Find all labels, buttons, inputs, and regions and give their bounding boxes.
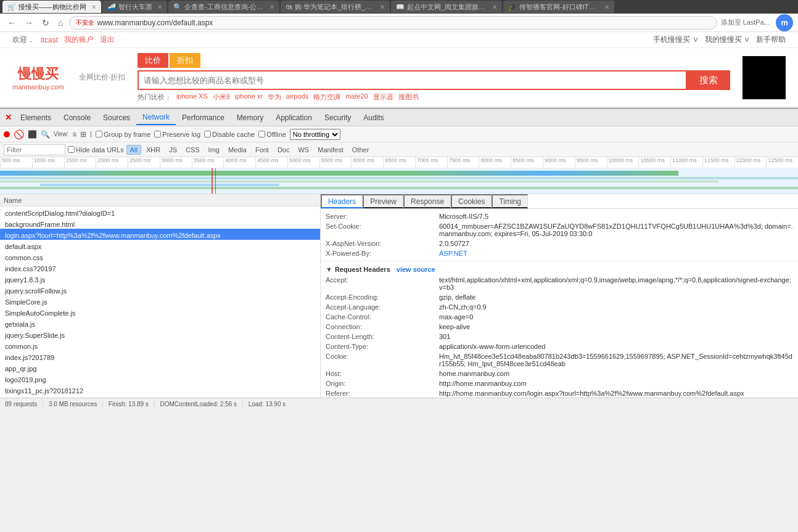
file-item-index-js[interactable]: index.js?201789: [0, 351, 320, 362]
disable-cache-checkbox[interactable]: [204, 131, 211, 137]
search-tab-bija[interactable]: 比价: [138, 53, 168, 68]
tab-sources[interactable]: Sources: [97, 111, 136, 125]
url-box[interactable]: 不安全 www.manmanbuy.com/default.aspx: [69, 16, 717, 30]
tab-console[interactable]: Console: [57, 111, 97, 125]
grid-view-btn[interactable]: ⊞: [80, 130, 86, 139]
hot-search-item-3[interactable]: iphone xr: [235, 92, 263, 102]
type-manifest[interactable]: Manifest: [314, 145, 347, 155]
filter-icon[interactable]: ⬛: [28, 130, 37, 139]
forward-button[interactable]: →: [22, 17, 36, 29]
file-item-login[interactable]: login.aspx?tourl=http%3a%2f%2fwww.manman…: [0, 229, 320, 240]
file-item-superslide[interactable]: jquery.SuperSlide.js: [0, 329, 320, 340]
tab-qicha[interactable]: 🔍 企查查-工商信息查询-公司企业... ✕: [168, 1, 279, 13]
file-item-scroll[interactable]: jquery.scrollFollow.js: [0, 284, 320, 295]
file-item-simpleautocomplete[interactable]: SimpleAutoComplete.js: [0, 306, 320, 317]
tab-application[interactable]: Application: [269, 111, 318, 125]
type-js[interactable]: JS: [165, 145, 181, 155]
tab-itcast[interactable]: 🎓 传智播客官网-好口碑IT培训机构... ✕: [503, 1, 614, 13]
search-icon[interactable]: 🔍: [41, 130, 50, 139]
file-item-jquery[interactable]: jquery1.8.3.js: [0, 273, 320, 284]
type-all[interactable]: All: [126, 145, 141, 155]
file-item-getxiala[interactable]: getxiala.js: [0, 317, 320, 329]
file-item-contentscriptdialog[interactable]: contentScriptDialog.html?dialogID=1: [0, 207, 320, 218]
tab-close[interactable]: ✕: [604, 4, 609, 10]
tab-memory[interactable]: Memory: [231, 111, 269, 125]
file-item-tixings[interactable]: tixings11_pc.js?20181212: [0, 384, 320, 395]
hide-data-urls-checkbox[interactable]: [68, 146, 75, 153]
type-doc[interactable]: Doc: [274, 145, 294, 155]
file-item-common-css[interactable]: common.css: [0, 251, 320, 262]
tab-elements[interactable]: Elements: [14, 111, 57, 125]
search-button[interactable]: 搜索: [687, 70, 730, 90]
tab-security[interactable]: Security: [318, 111, 357, 125]
search-tab-zhekou[interactable]: 折扣: [170, 53, 200, 68]
file-item-simplecore[interactable]: SimpleCore.js: [0, 295, 320, 306]
browser-chrome: 🛒 慢慢买——购物比价网 ✕ 🚄 智行火车票 ✕ 🔍 企查查-工商信息查询-公司…: [0, 0, 798, 14]
detail-tab-response[interactable]: Response: [403, 194, 451, 208]
detail-tab-headers[interactable]: Headers: [321, 194, 363, 208]
type-font[interactable]: Font: [252, 145, 273, 155]
detail-tab-cookies[interactable]: Cookies: [451, 194, 492, 208]
hot-search-item-6[interactable]: 格力空调: [313, 92, 340, 102]
throttle-select[interactable]: No throttling: [290, 129, 340, 140]
hot-search-label: 热门比价：: [138, 92, 171, 102]
detail-tab-preview[interactable]: Preview: [363, 194, 403, 208]
file-item-default[interactable]: default.aspx: [0, 240, 320, 251]
home-button[interactable]: ⌂: [56, 17, 65, 29]
tab-performance[interactable]: Performance: [176, 111, 231, 125]
request-headers-header[interactable]: ▼ Request Headers view source: [326, 264, 793, 275]
tab-close[interactable]: ✕: [91, 4, 96, 10]
hot-search-item-5[interactable]: airpods: [286, 92, 308, 102]
help-nav[interactable]: 新手帮助: [756, 35, 786, 45]
reload-button[interactable]: ↻: [39, 17, 52, 29]
tab-network[interactable]: Network: [136, 110, 176, 125]
hot-search-item-1[interactable]: iphone XS: [176, 92, 208, 102]
hot-search-item-8[interactable]: 显示器: [373, 92, 393, 102]
view-source-link[interactable]: view source: [397, 266, 435, 273]
referer-val: http://home.manmanbuy.com/login.aspx?tou…: [439, 390, 793, 397]
file-item-app-qr[interactable]: app_qr.jpg: [0, 362, 320, 373]
tab-huawei[interactable]: 🛍 购 华为笔记本_排行榜_推荐_什么机... ✕: [281, 1, 390, 13]
record-button[interactable]: [4, 131, 10, 137]
hot-search-item-7[interactable]: mate20: [345, 92, 368, 102]
devtools-close[interactable]: ✕: [2, 113, 14, 122]
tab-close[interactable]: ✕: [157, 4, 162, 10]
tab-close[interactable]: ✕: [269, 4, 274, 10]
hot-search-item-4[interactable]: 华为: [268, 92, 281, 102]
tab-qidian[interactable]: 📖 起点中文网_阅文集团旗下网站 ✕: [391, 1, 502, 13]
detail-tab-timing[interactable]: Timing: [492, 194, 528, 208]
username-link[interactable]: itcast: [41, 36, 58, 44]
clear-button[interactable]: 🚫: [14, 129, 24, 139]
file-item-logo[interactable]: logo2019.png: [0, 373, 320, 384]
hot-search-item-9[interactable]: 搜图书: [398, 92, 419, 102]
hot-search-item-2[interactable]: 小米9: [213, 92, 230, 102]
logout-link[interactable]: 退出: [100, 35, 115, 45]
type-ws[interactable]: WS: [294, 145, 313, 155]
preserve-log-checkbox[interactable]: [154, 131, 161, 137]
file-item-common-js[interactable]: common.js: [0, 340, 320, 351]
tab-close[interactable]: ✕: [492, 4, 497, 10]
tab-zhixing[interactable]: 🚄 智行火车票 ✕: [102, 1, 167, 13]
offline-checkbox[interactable]: [258, 131, 265, 137]
list-view-btn[interactable]: ≡: [72, 130, 76, 139]
type-media[interactable]: Media: [224, 145, 250, 155]
type-other[interactable]: Other: [348, 145, 373, 155]
group-by-frame-checkbox[interactable]: [96, 131, 102, 137]
tab-audits[interactable]: Audits: [357, 111, 390, 125]
my-account-link[interactable]: 我的账户: [64, 35, 94, 45]
back-button[interactable]: ←: [5, 17, 19, 29]
file-item-index-css[interactable]: index.css?20197: [0, 262, 320, 273]
file-item-backgroundframe[interactable]: backgroundFrame.html: [0, 218, 320, 229]
logo-slogan: 全网比价·折扣: [79, 72, 125, 83]
set-cookie-val: 60014_mmbuser=AFZSC1BZAW1SUFZaUQYD8wFS81…: [439, 223, 793, 237]
tab-close[interactable]: ✕: [380, 4, 385, 10]
google-account-avatar[interactable]: m: [776, 14, 793, 31]
type-img[interactable]: Img: [205, 145, 223, 155]
my-nav[interactable]: 我的慢慢买 ∨: [705, 35, 750, 45]
search-input[interactable]: [138, 70, 687, 90]
mobile-nav[interactable]: 手机慢慢买 ∨: [653, 35, 698, 45]
type-xhr[interactable]: XHR: [142, 145, 164, 155]
tab-manmanbuy[interactable]: 🛒 慢慢买——购物比价网 ✕: [2, 1, 101, 13]
type-css[interactable]: CSS: [182, 145, 204, 155]
filter-input[interactable]: [4, 144, 65, 155]
